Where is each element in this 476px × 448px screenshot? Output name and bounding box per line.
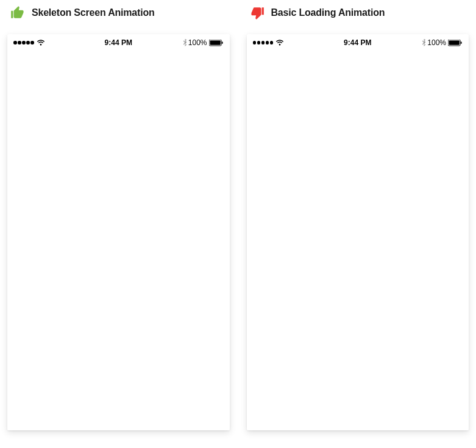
right-header: Basic Loading Animation [247, 5, 469, 21]
thumbs-down-icon [249, 5, 265, 21]
wifi-icon [37, 40, 45, 46]
right-phone-mockup: 9:44 PM 100% [247, 34, 469, 430]
svg-rect-5 [461, 41, 462, 44]
thumbs-up-icon [10, 5, 26, 21]
right-phone-content [247, 51, 469, 430]
signal-strength-icon [253, 41, 274, 44]
right-column: Basic Loading Animation 9:44 PM 1 [247, 5, 469, 430]
right-label: Basic Loading Animation [271, 7, 385, 18]
wifi-icon [275, 40, 284, 46]
battery-icon [448, 40, 463, 46]
status-left-group [253, 40, 285, 46]
status-right-group: 100% [183, 38, 224, 47]
battery-percent: 100% [427, 38, 446, 47]
status-left-group [13, 40, 45, 46]
status-time: 9:44 PM [344, 38, 371, 47]
svg-rect-2 [221, 41, 222, 44]
svg-rect-1 [210, 40, 220, 44]
left-column: Skeleton Screen Animation 9:44 PM [7, 5, 230, 430]
bluetooth-icon [183, 39, 187, 46]
battery-icon [209, 40, 224, 46]
svg-rect-4 [449, 40, 459, 44]
status-right-group: 100% [422, 38, 463, 47]
left-header: Skeleton Screen Animation [7, 5, 230, 21]
signal-strength-icon [13, 41, 34, 44]
left-phone-content [7, 51, 230, 430]
left-phone-mockup: 9:44 PM 100% [7, 34, 230, 430]
status-time: 9:44 PM [105, 38, 132, 47]
left-status-bar: 9:44 PM 100% [7, 34, 230, 50]
comparison-container: Skeleton Screen Animation 9:44 PM [0, 0, 476, 435]
battery-percent: 100% [188, 38, 207, 47]
left-label: Skeleton Screen Animation [32, 7, 155, 18]
right-status-bar: 9:44 PM 100% [247, 34, 469, 50]
bluetooth-icon [422, 39, 426, 46]
